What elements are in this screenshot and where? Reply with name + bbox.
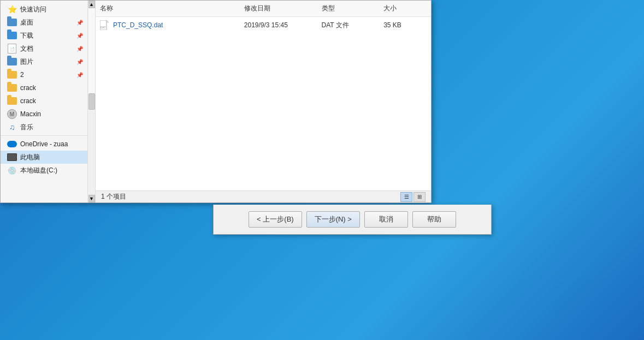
- main-content: 名称 修改日期 类型 大小 DAT: [96, 1, 431, 202]
- cancel-button[interactable]: 取消: [364, 211, 408, 228]
- wizard-panel: < 上一步(B) 下一步(N) > 取消 帮助: [213, 205, 492, 235]
- sidebar-item-macxin[interactable]: M Macxin: [1, 108, 87, 121]
- sidebar-scrollbar[interactable]: ▲ ▼: [88, 1, 96, 202]
- sidebar-item-pictures[interactable]: 图片 📌: [1, 55, 87, 68]
- pin-icon-dl: 📌: [76, 33, 83, 39]
- file-type-cell: DAT 文件: [317, 20, 380, 31]
- pin-icon-docs: 📌: [76, 46, 83, 52]
- sidebar-item-downloads[interactable]: 下载 📌: [1, 29, 87, 42]
- file-dialog: ⭐ 快速访问 桌面 📌 下载 📌: [0, 0, 432, 203]
- file-list-body: DAT PTC_D_SSQ.dat 2019/9/3 15:45 DAT 文件 …: [96, 17, 431, 190]
- sidebar-quick-access-label: 快速访问: [20, 5, 46, 14]
- sidebar-music-label: 音乐: [20, 123, 33, 132]
- list-view-btn[interactable]: ☰: [400, 192, 412, 202]
- sidebar-divider: [1, 135, 87, 136]
- item-count-label: 1 个项目: [101, 192, 126, 201]
- sidebar-item-desktop[interactable]: 桌面 📌: [1, 16, 87, 29]
- sidebar: ⭐ 快速访问 桌面 📌 下载 📌: [1, 1, 88, 202]
- folder-icon-crack1: [7, 83, 17, 93]
- sidebar-item-music[interactable]: ♫ 音乐: [1, 121, 87, 134]
- pc-icon: [7, 152, 17, 162]
- column-header-size[interactable]: 大小: [379, 3, 431, 14]
- scroll-track-bottom: [88, 110, 95, 195]
- back-button[interactable]: < 上一步(B): [249, 211, 302, 228]
- help-button[interactable]: 帮助: [412, 211, 456, 228]
- download-folder-icon: [7, 31, 17, 40]
- sidebar-desktop-label: 桌面: [20, 18, 33, 27]
- star-icon: ⭐: [7, 4, 17, 14]
- sidebar-crack2-label: crack: [20, 97, 36, 105]
- scroll-track: [88, 8, 95, 93]
- sidebar-onedrive-label: OneDrive - zuaa: [20, 140, 68, 148]
- dat-file-icon: DAT: [100, 20, 110, 30]
- pin-icon: 📌: [76, 20, 83, 26]
- file-name-label: PTC_D_SSQ.dat: [113, 21, 163, 29]
- sidebar-item-local-disk[interactable]: 💿 本地磁盘(C:): [1, 164, 87, 177]
- svg-text:DAT: DAT: [101, 26, 106, 29]
- status-bar: 1 个项目 ☰ ⊞: [96, 190, 431, 202]
- file-list-header: 名称 修改日期 类型 大小: [96, 1, 431, 17]
- sidebar-item-2[interactable]: 2 📌: [1, 68, 87, 81]
- sidebar-crack1-label: crack: [20, 84, 36, 92]
- sidebar-item-onedrive[interactable]: OneDrive - zuaa: [1, 138, 87, 151]
- dialog-body: ⭐ 快速访问 桌面 📌 下载 📌: [1, 1, 431, 202]
- table-row[interactable]: DAT PTC_D_SSQ.dat 2019/9/3 15:45 DAT 文件 …: [96, 17, 431, 34]
- sidebar-section-quick-access[interactable]: ⭐ 快速访问: [1, 3, 87, 16]
- file-size-cell: 35 KB: [379, 20, 431, 30]
- pics-folder-icon: [7, 57, 17, 67]
- scroll-up-btn[interactable]: ▲: [88, 1, 95, 8]
- svg-marker-2: [107, 20, 109, 22]
- scroll-thumb[interactable]: [88, 93, 95, 110]
- music-icon: ♫: [7, 122, 17, 132]
- pin-icon-pics: 📌: [76, 59, 83, 65]
- docs-folder-icon: 📄: [7, 44, 17, 53]
- view-toggle: ☰ ⊞: [400, 192, 426, 202]
- sidebar-this-pc-label: 此电脑: [20, 153, 40, 162]
- desktop-folder-icon: [7, 17, 17, 27]
- folder-icon-crack2: [7, 96, 17, 106]
- file-name-cell: DAT PTC_D_SSQ.dat: [96, 19, 240, 31]
- folder-icon-2: [7, 70, 17, 80]
- next-button[interactable]: 下一步(N) >: [306, 211, 360, 228]
- sidebar-item-crack2[interactable]: crack: [1, 94, 87, 108]
- sidebar-macxin-label: Macxin: [20, 110, 41, 118]
- detail-view-btn[interactable]: ⊞: [413, 192, 426, 202]
- sidebar-item-crack1[interactable]: crack: [1, 81, 87, 94]
- file-date-cell: 2019/9/3 15:45: [240, 20, 317, 30]
- sidebar-downloads-label: 下载: [20, 31, 33, 40]
- sidebar-pictures-label: 图片: [20, 57, 33, 67]
- pin-icon-2: 📌: [76, 72, 83, 78]
- sidebar-2-label: 2: [20, 71, 24, 79]
- sidebar-item-this-pc[interactable]: 此电脑: [1, 151, 87, 164]
- column-header-name[interactable]: 名称: [96, 3, 240, 14]
- disk-icon: 💿: [7, 165, 17, 175]
- onedrive-icon: [7, 139, 17, 149]
- sidebar-local-disk-label: 本地磁盘(C:): [20, 166, 57, 175]
- column-header-type[interactable]: 类型: [317, 3, 380, 14]
- scroll-down-btn[interactable]: ▼: [88, 195, 95, 202]
- macxin-icon: M: [7, 109, 17, 119]
- sidebar-documents-label: 文档: [20, 44, 33, 53]
- column-header-date[interactable]: 修改日期: [240, 3, 317, 14]
- sidebar-item-documents[interactable]: 📄 文档 📌: [1, 42, 87, 55]
